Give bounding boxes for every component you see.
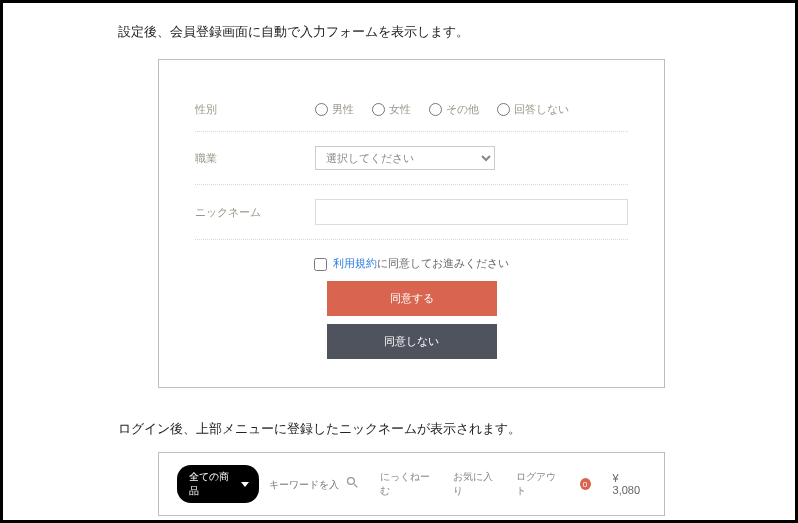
nickname-input[interactable] [315, 199, 628, 225]
category-label: 全ての商品 [189, 470, 235, 498]
row-nickname: ニックネーム [195, 185, 628, 240]
agree-suffix: に同意してお進みください [377, 257, 509, 269]
label-occupation: 職業 [195, 151, 315, 166]
header-menu: にっくねーむ お気に入り ログアウト 0 ¥ 3,080 [380, 470, 646, 498]
header-favorite[interactable]: お気に入り [453, 470, 499, 498]
cart-badge[interactable]: 0 [580, 478, 591, 490]
radio-female[interactable]: 女性 [372, 102, 411, 117]
agree-button[interactable]: 同意する [327, 281, 497, 316]
radio-male[interactable]: 男性 [315, 102, 354, 117]
terms-link[interactable]: 利用規約 [333, 257, 377, 269]
agree-area: 利用規約に同意してお進みください [195, 256, 628, 271]
radio-noanswer[interactable]: 回答しない [497, 102, 569, 117]
search-box [269, 475, 360, 493]
agree-checkbox[interactable] [314, 258, 327, 271]
search-input[interactable] [269, 479, 339, 490]
occupation-select[interactable]: 選択してください [315, 146, 495, 170]
gender-radios: 男性 女性 その他 回答しない [315, 102, 628, 117]
chevron-down-icon [241, 482, 249, 487]
label-gender: 性別 [195, 102, 315, 117]
caption-header: ログイン後、上部メニューに登録したニックネームが表示されます。 [118, 420, 795, 438]
header-nickname[interactable]: にっくねーむ [380, 470, 435, 498]
row-occupation: 職業 選択してください [195, 132, 628, 185]
header-price: ¥ 3,080 [613, 472, 646, 496]
category-pill[interactable]: 全ての商品 [177, 465, 259, 503]
row-gender: 性別 男性 女性 その他 回答しない [195, 88, 628, 132]
header-preview-panel: 全ての商品 にっくねーむ お気に入り ログアウト 0 ¥ 3,080 [158, 452, 665, 516]
disagree-button[interactable]: 同意しない [327, 324, 497, 359]
radio-other[interactable]: その他 [429, 102, 479, 117]
caption-form: 設定後、会員登録画面に自動で入力フォームを表示します。 [118, 23, 795, 41]
header-logout[interactable]: ログアウト [516, 470, 562, 498]
label-nickname: ニックネーム [195, 205, 315, 220]
search-icon[interactable] [345, 475, 360, 493]
registration-form-panel: 性別 男性 女性 その他 回答しない 職業 選択してください ニックネーム [158, 59, 665, 388]
